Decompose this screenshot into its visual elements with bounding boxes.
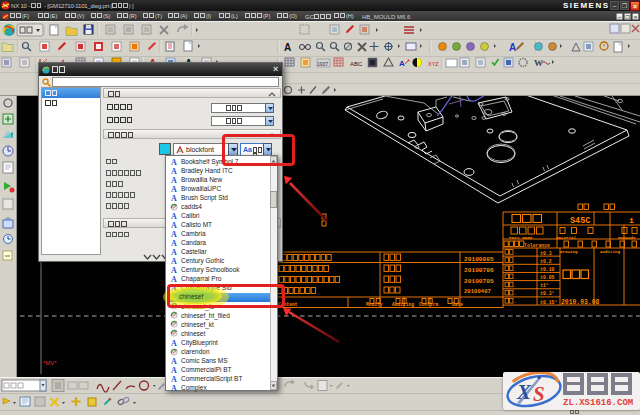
svg-text:X: X bbox=[516, 380, 532, 404]
svg-text:S: S bbox=[533, 382, 545, 406]
